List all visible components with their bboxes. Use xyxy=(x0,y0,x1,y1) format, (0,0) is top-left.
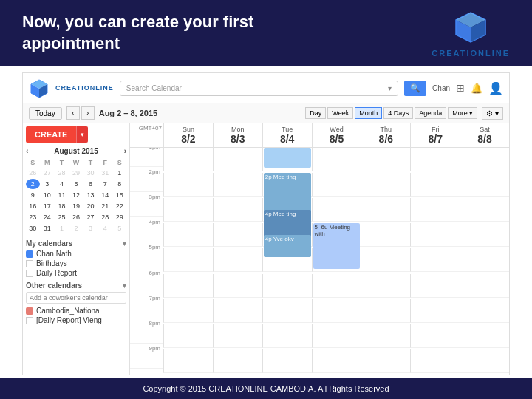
view-week[interactable]: Week xyxy=(327,107,353,119)
mini-day[interactable]: 20 xyxy=(83,201,98,211)
mini-day[interactable]: 3 xyxy=(41,179,55,189)
time-slot-cell[interactable] xyxy=(361,148,410,171)
time-slot-cell[interactable] xyxy=(361,248,410,272)
time-slot-cell[interactable] xyxy=(262,299,312,323)
mini-day[interactable]: 29 xyxy=(112,212,126,222)
mini-day[interactable]: 5 xyxy=(112,223,126,233)
mini-day[interactable]: 13 xyxy=(83,190,98,200)
mini-day[interactable]: 28 xyxy=(98,212,112,222)
create-arrow-button[interactable]: ▾ xyxy=(76,126,88,143)
mini-day-today[interactable]: 2 xyxy=(26,179,40,189)
time-slot-cell[interactable] xyxy=(410,299,460,323)
time-slot-cell[interactable] xyxy=(460,173,509,197)
calendar-event[interactable]: 2p Mee ting xyxy=(264,173,311,214)
view-month[interactable]: Month xyxy=(355,107,382,119)
mini-day[interactable]: 31 xyxy=(98,168,112,178)
calendar-event[interactable]: 4p Yve okv xyxy=(264,235,311,257)
time-slot-cell[interactable] xyxy=(410,173,460,197)
settings-button[interactable]: ⚙ ▾ xyxy=(482,107,503,120)
search-box[interactable]: Search Calendar ▾ xyxy=(120,81,398,96)
time-slot-cell[interactable] xyxy=(460,148,509,171)
time-slot-cell[interactable] xyxy=(262,324,312,348)
time-slot-cell[interactable] xyxy=(361,173,410,197)
mini-day[interactable]: 26 xyxy=(69,212,83,222)
time-slot-cell[interactable] xyxy=(312,173,361,197)
time-slot-cell[interactable] xyxy=(163,248,213,272)
calendar-event[interactable] xyxy=(264,148,311,168)
mini-day[interactable]: 24 xyxy=(41,212,55,222)
time-slot-cell[interactable] xyxy=(213,173,262,197)
view-agenda[interactable]: Agenda xyxy=(415,107,446,119)
mini-day[interactable]: 10 xyxy=(41,190,55,200)
time-slot-cell[interactable] xyxy=(312,274,361,298)
view-more[interactable]: More ▾ xyxy=(448,107,477,119)
mini-day[interactable]: 19 xyxy=(69,201,83,211)
time-slot-cell[interactable] xyxy=(410,198,460,222)
mini-day[interactable]: 4 xyxy=(98,223,112,233)
time-slot-cell[interactable] xyxy=(361,324,410,348)
next-arrow[interactable]: › xyxy=(81,106,95,120)
mini-day[interactable]: 15 xyxy=(112,190,126,200)
cal-item-daily[interactable]: Daily Report xyxy=(26,269,126,277)
cal-item-cambodia[interactable]: Cambodia_Nationa xyxy=(26,307,126,315)
mini-day[interactable]: 25 xyxy=(55,212,69,222)
mini-day[interactable]: 31 xyxy=(41,223,55,233)
time-slot-cell[interactable] xyxy=(460,248,509,272)
time-slot-cell[interactable] xyxy=(410,324,460,348)
time-slot-cell[interactable] xyxy=(163,299,213,323)
time-slot-cell[interactable] xyxy=(163,324,213,348)
time-slot-cell[interactable] xyxy=(262,274,312,298)
mini-day[interactable]: 3 xyxy=(83,223,98,233)
mini-day[interactable]: 8 xyxy=(112,179,126,189)
time-slot-cell[interactable] xyxy=(213,324,262,348)
time-slot-cell[interactable] xyxy=(262,148,312,171)
mini-day[interactable]: 29 xyxy=(69,168,83,178)
view-4days[interactable]: 4 Days xyxy=(383,107,413,119)
cal-item-chan[interactable]: Chan Nath xyxy=(26,250,126,258)
mini-day[interactable]: 9 xyxy=(26,190,40,200)
create-button[interactable]: CREATE xyxy=(26,126,76,143)
time-slot-cell[interactable] xyxy=(312,198,361,222)
my-calendars-header[interactable]: My calendars ▾ xyxy=(26,239,126,248)
mini-day[interactable]: 23 xyxy=(26,212,40,222)
time-slot-cell[interactable] xyxy=(361,198,410,222)
time-slot-cell[interactable] xyxy=(163,349,213,373)
mini-day[interactable]: 7 xyxy=(98,179,112,189)
time-slot-cell[interactable] xyxy=(312,299,361,323)
time-slot-cell[interactable] xyxy=(213,223,262,247)
time-slot-cell[interactable] xyxy=(213,248,262,272)
time-slot-cell[interactable] xyxy=(312,349,361,373)
time-slot-cell[interactable] xyxy=(410,248,460,272)
time-slot-cell[interactable] xyxy=(312,324,361,348)
other-calendars-header[interactable]: Other calendars ▾ xyxy=(26,282,126,290)
time-slot-cell[interactable] xyxy=(410,148,460,171)
mini-day[interactable]: 2 xyxy=(69,223,83,233)
cal-checkbox-vieng[interactable] xyxy=(26,317,33,324)
mini-cal-next[interactable]: › xyxy=(124,147,126,155)
time-slot-cell[interactable] xyxy=(213,148,262,171)
mini-cal-prev[interactable]: ‹ xyxy=(26,147,28,155)
time-slot-cell[interactable] xyxy=(361,274,410,298)
time-slot-cell[interactable] xyxy=(460,324,509,348)
time-slot-cell[interactable] xyxy=(460,349,509,373)
time-slot-cell[interactable] xyxy=(361,349,410,373)
cal-item-vieng[interactable]: [Daily Report] Vieng xyxy=(26,316,126,324)
mini-day[interactable]: 22 xyxy=(112,201,126,211)
time-slot-cell[interactable] xyxy=(213,299,262,323)
mini-day[interactable]: 27 xyxy=(83,212,98,222)
cal-checkbox-birthdays[interactable] xyxy=(26,260,33,267)
time-slot-cell[interactable] xyxy=(213,349,262,373)
time-slot-cell[interactable] xyxy=(410,223,460,247)
mini-day[interactable]: 21 xyxy=(98,201,112,211)
time-slot-cell[interactable] xyxy=(460,223,509,247)
time-slot-cell[interactable] xyxy=(262,349,312,373)
time-slot-cell[interactable] xyxy=(410,274,460,298)
time-slot-cell[interactable] xyxy=(163,274,213,298)
mini-day[interactable]: 1 xyxy=(55,223,69,233)
mini-day[interactable]: 30 xyxy=(26,223,40,233)
time-slot-cell[interactable] xyxy=(410,349,460,373)
time-slot-cell[interactable] xyxy=(213,274,262,298)
time-slot-cell[interactable]: 5–6u Meeting with xyxy=(312,223,361,247)
cal-item-birthdays[interactable]: Birthdays xyxy=(26,259,126,267)
cal-checkbox-daily[interactable] xyxy=(26,270,33,277)
